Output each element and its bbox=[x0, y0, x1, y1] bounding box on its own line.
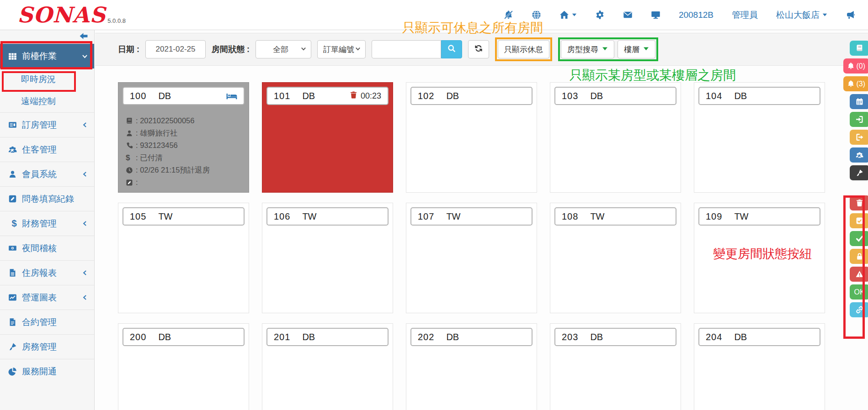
room-type: DB bbox=[446, 332, 459, 342]
sidebar-item-3[interactable]: 訂房管理 bbox=[0, 112, 94, 137]
trash-icon[interactable] bbox=[350, 91, 357, 101]
lock-status-button[interactable] bbox=[850, 249, 868, 264]
room-state-value: 全部 bbox=[261, 44, 301, 55]
chart-line-icon bbox=[8, 293, 20, 302]
room-number: 201 bbox=[274, 332, 290, 342]
annotation-box-rest: 只顯示休息 bbox=[495, 37, 552, 61]
sidebar-collapse-button[interactable] bbox=[0, 30, 94, 44]
main-content: 日期 : 2021-02-25 房間狀態 : 全部 訂單編號 bbox=[95, 30, 868, 410]
delete-status-button[interactable] bbox=[850, 195, 868, 210]
room-card-103: 103 DB bbox=[550, 82, 681, 193]
room-state-select[interactable]: 全部 bbox=[256, 40, 311, 58]
room-number: 107 bbox=[418, 211, 434, 222]
order-number-select[interactable]: 訂單編號 bbox=[317, 40, 366, 58]
person-icon bbox=[126, 130, 136, 137]
room-card-109: 109 TW bbox=[694, 203, 825, 313]
terminal-id[interactable]: 200812B bbox=[679, 10, 714, 20]
room-header-106[interactable]: 106 TW bbox=[266, 207, 389, 226]
sidebar-item-7[interactable]: $財務管理 bbox=[0, 211, 94, 236]
room-header-109[interactable]: 109 TW bbox=[698, 207, 820, 226]
check-square-status-button[interactable] bbox=[850, 213, 868, 228]
book-button[interactable] bbox=[850, 41, 868, 56]
sidebar-item-5[interactable]: 會員系統 bbox=[0, 162, 94, 186]
notify-bell-3-button[interactable]: (3) bbox=[843, 76, 868, 91]
sidebar-item-2[interactable]: 遠端控制 bbox=[0, 90, 94, 112]
rest-only-button[interactable]: 只顯示休息 bbox=[498, 40, 549, 58]
confirm-status-button[interactable] bbox=[850, 231, 868, 246]
room-row: 200 DB 201 DB 202 DB 203 DB 204 DB bbox=[118, 323, 868, 410]
sidebar-item-label: 訂房管理 bbox=[22, 119, 57, 131]
gear-icon[interactable] bbox=[595, 10, 605, 20]
sidebar-item-1[interactable]: 即時房況 bbox=[0, 68, 94, 90]
sidebar-item-13[interactable]: 服務開通 bbox=[0, 359, 94, 384]
link-status-button[interactable] bbox=[850, 302, 868, 317]
room-header-202[interactable]: 202 DB bbox=[410, 328, 533, 346]
room-header-104[interactable]: 104 DB bbox=[698, 87, 820, 105]
bed-icon bbox=[226, 91, 237, 100]
sidebar-item-11[interactable]: 合約管理 bbox=[0, 310, 94, 334]
home-icon[interactable] bbox=[559, 10, 577, 20]
room-header-105[interactable]: 105 TW bbox=[122, 207, 245, 226]
sonas-logo: SONAS bbox=[17, 3, 106, 27]
check-out-button[interactable] bbox=[850, 130, 868, 145]
room-type: TW bbox=[446, 211, 460, 222]
sidebar-item-9[interactable]: 住房報表 bbox=[0, 260, 94, 285]
floor-button[interactable]: 樓層 bbox=[618, 40, 655, 58]
room-row: 100 DB : 2021022500056 : 雄獅旅行社 : 9321234… bbox=[118, 82, 868, 193]
room-type: DB bbox=[302, 332, 315, 342]
bell-slash-icon[interactable] bbox=[504, 10, 513, 20]
search-input[interactable] bbox=[372, 40, 441, 58]
sidebar-item-0[interactable]: 前檯作業 bbox=[0, 44, 94, 68]
room-detail-line: : 2021022500056 bbox=[126, 115, 241, 127]
room-number: 100 bbox=[130, 91, 146, 101]
sidebar-item-6[interactable]: 問卷填寫紀錄 bbox=[0, 186, 94, 211]
room-type-search-button[interactable]: 房型搜尋 bbox=[561, 40, 614, 58]
search-button[interactable] bbox=[441, 40, 462, 58]
chevron-down-icon bbox=[355, 45, 361, 54]
room-card-106: 106 TW bbox=[262, 203, 393, 313]
globe-icon[interactable] bbox=[532, 10, 541, 20]
envelope-icon[interactable] bbox=[623, 10, 633, 20]
room-detail-line: : 02/26 21:15預計退房 bbox=[126, 164, 241, 176]
chevron-left-icon bbox=[82, 171, 88, 177]
room-header-103[interactable]: 103 DB bbox=[554, 87, 676, 105]
chevron-left-icon bbox=[82, 294, 88, 300]
sidebar-item-8[interactable]: 夜間稽核 bbox=[0, 236, 94, 260]
check-in-button[interactable] bbox=[850, 112, 868, 127]
housekeeping-button[interactable] bbox=[850, 165, 868, 180]
room-state-label: 房間狀態 : bbox=[212, 44, 250, 55]
room-header-101[interactable]: 101 DB 00:23 bbox=[266, 87, 389, 105]
ok-status-button[interactable]: OK bbox=[850, 284, 868, 300]
sidebar-item-10[interactable]: 營運圖表 bbox=[0, 285, 94, 310]
room-header-204[interactable]: 204 DB bbox=[698, 328, 820, 346]
user-role[interactable]: 管理員 bbox=[732, 9, 758, 21]
notify-bell-0-button[interactable]: (0) bbox=[843, 58, 868, 74]
room-header-108[interactable]: 108 TW bbox=[554, 207, 676, 226]
refresh-button[interactable] bbox=[468, 40, 489, 58]
room-header-203[interactable]: 203 DB bbox=[554, 328, 676, 346]
sidebar-item-label: 服務開通 bbox=[22, 366, 57, 378]
hotel-select[interactable]: 松山大飯店 bbox=[776, 9, 827, 21]
calendar-button[interactable] bbox=[850, 94, 868, 109]
room-header-107[interactable]: 107 TW bbox=[410, 207, 533, 226]
room-header-201[interactable]: 201 DB bbox=[266, 328, 389, 346]
room-header-102[interactable]: 102 DB bbox=[410, 87, 533, 105]
dollar-icon: $ bbox=[8, 218, 20, 229]
room-header-100[interactable]: 100 DB bbox=[122, 87, 245, 105]
timer-value: 00:23 bbox=[361, 91, 381, 101]
pen-square-icon bbox=[8, 194, 20, 203]
sidebar-item-4[interactable]: 住客管理 bbox=[0, 137, 94, 162]
refresh-icon bbox=[474, 44, 483, 55]
guests-button[interactable] bbox=[850, 147, 868, 163]
monitor-icon[interactable] bbox=[651, 10, 660, 20]
alert-status-button[interactable] bbox=[850, 267, 868, 282]
user-icon bbox=[8, 170, 20, 179]
bullhorn-icon[interactable] bbox=[846, 10, 855, 20]
room-header-200[interactable]: 200 DB bbox=[122, 328, 245, 346]
date-input[interactable]: 2021-02-25 bbox=[145, 40, 206, 58]
bell-icon bbox=[847, 80, 855, 88]
book-icon bbox=[126, 117, 136, 125]
toolbar-button-label: (0) bbox=[856, 62, 865, 70]
sidebar-item-12[interactable]: 房務管理 bbox=[0, 334, 94, 359]
users-icon bbox=[856, 151, 863, 159]
